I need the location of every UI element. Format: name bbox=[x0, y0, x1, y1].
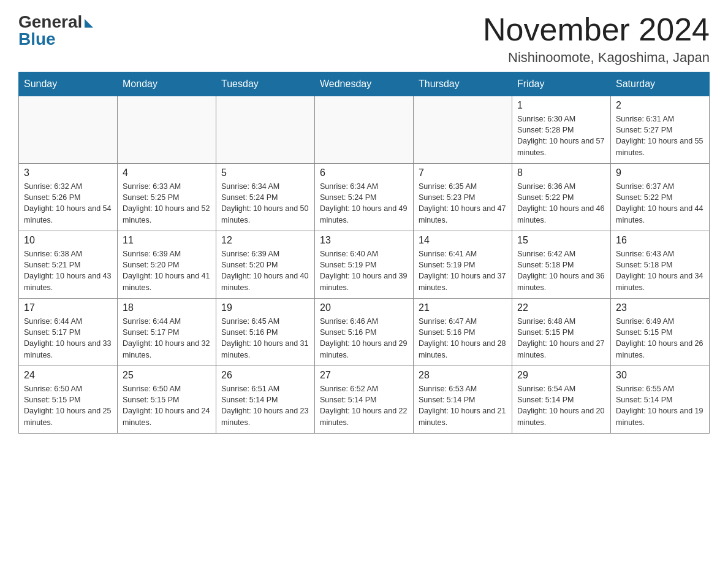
calendar-cell: 13Sunrise: 6:40 AM Sunset: 5:19 PM Dayli… bbox=[315, 231, 414, 299]
calendar-cell: 8Sunrise: 6:36 AM Sunset: 5:22 PM Daylig… bbox=[512, 164, 611, 231]
day-info: Sunrise: 6:43 AM Sunset: 5:18 PM Dayligh… bbox=[616, 248, 704, 293]
calendar-cell: 4Sunrise: 6:33 AM Sunset: 5:25 PM Daylig… bbox=[118, 164, 216, 231]
day-info: Sunrise: 6:50 AM Sunset: 5:15 PM Dayligh… bbox=[24, 383, 112, 428]
calendar-cell bbox=[315, 96, 414, 164]
day-info: Sunrise: 6:31 AM Sunset: 5:27 PM Dayligh… bbox=[616, 113, 704, 158]
day-info: Sunrise: 6:30 AM Sunset: 5:28 PM Dayligh… bbox=[517, 113, 605, 158]
day-info: Sunrise: 6:34 AM Sunset: 5:24 PM Dayligh… bbox=[320, 181, 408, 226]
day-number: 6 bbox=[320, 167, 408, 178]
calendar-cell: 9Sunrise: 6:37 AM Sunset: 5:22 PM Daylig… bbox=[611, 164, 710, 231]
day-info: Sunrise: 6:44 AM Sunset: 5:17 PM Dayligh… bbox=[24, 316, 112, 361]
calendar-cell: 25Sunrise: 6:50 AM Sunset: 5:15 PM Dayli… bbox=[118, 366, 216, 434]
day-number: 16 bbox=[616, 235, 704, 246]
day-number: 4 bbox=[123, 167, 211, 178]
calendar-cell bbox=[118, 96, 216, 164]
logo-arrow-icon bbox=[85, 19, 93, 28]
day-number: 8 bbox=[517, 167, 605, 178]
day-number: 10 bbox=[24, 235, 112, 246]
calendar-cell: 3Sunrise: 6:32 AM Sunset: 5:26 PM Daylig… bbox=[19, 164, 118, 231]
day-number: 22 bbox=[517, 302, 605, 313]
day-number: 11 bbox=[123, 235, 211, 246]
day-info: Sunrise: 6:44 AM Sunset: 5:17 PM Dayligh… bbox=[123, 316, 211, 361]
day-info: Sunrise: 6:55 AM Sunset: 5:14 PM Dayligh… bbox=[616, 383, 704, 428]
logo-blue-text: Blue bbox=[18, 29, 56, 49]
day-number: 20 bbox=[320, 302, 408, 313]
calendar-cell: 30Sunrise: 6:55 AM Sunset: 5:14 PM Dayli… bbox=[611, 366, 710, 434]
day-number: 30 bbox=[616, 370, 704, 381]
calendar-week-1: 3Sunrise: 6:32 AM Sunset: 5:26 PM Daylig… bbox=[19, 164, 710, 231]
calendar-cell: 20Sunrise: 6:46 AM Sunset: 5:16 PM Dayli… bbox=[315, 299, 414, 366]
day-number: 25 bbox=[123, 370, 211, 381]
day-info: Sunrise: 6:45 AM Sunset: 5:16 PM Dayligh… bbox=[221, 316, 309, 361]
day-number: 12 bbox=[221, 235, 309, 246]
day-number: 14 bbox=[419, 235, 507, 246]
day-info: Sunrise: 6:39 AM Sunset: 5:20 PM Dayligh… bbox=[123, 248, 211, 293]
day-info: Sunrise: 6:35 AM Sunset: 5:23 PM Dayligh… bbox=[419, 181, 507, 226]
title-section: November 2024 Nishinoomote, Kagoshima, J… bbox=[483, 12, 710, 66]
day-info: Sunrise: 6:50 AM Sunset: 5:15 PM Dayligh… bbox=[123, 383, 211, 428]
calendar-header-wednesday: Wednesday bbox=[315, 72, 414, 96]
day-info: Sunrise: 6:52 AM Sunset: 5:14 PM Dayligh… bbox=[320, 383, 408, 428]
month-title: November 2024 bbox=[483, 12, 710, 47]
day-info: Sunrise: 6:46 AM Sunset: 5:16 PM Dayligh… bbox=[320, 316, 408, 361]
day-info: Sunrise: 6:53 AM Sunset: 5:14 PM Dayligh… bbox=[419, 383, 507, 428]
logo: General Blue bbox=[18, 12, 93, 49]
day-info: Sunrise: 6:40 AM Sunset: 5:19 PM Dayligh… bbox=[320, 248, 408, 293]
day-info: Sunrise: 6:36 AM Sunset: 5:22 PM Dayligh… bbox=[517, 181, 605, 226]
calendar-cell: 10Sunrise: 6:38 AM Sunset: 5:21 PM Dayli… bbox=[19, 231, 118, 299]
calendar-cell: 24Sunrise: 6:50 AM Sunset: 5:15 PM Dayli… bbox=[19, 366, 118, 434]
calendar-week-2: 10Sunrise: 6:38 AM Sunset: 5:21 PM Dayli… bbox=[19, 231, 710, 299]
day-number: 29 bbox=[517, 370, 605, 381]
calendar-header-monday: Monday bbox=[118, 72, 216, 96]
calendar-header-thursday: Thursday bbox=[414, 72, 512, 96]
day-info: Sunrise: 6:32 AM Sunset: 5:26 PM Dayligh… bbox=[24, 181, 112, 226]
day-info: Sunrise: 6:51 AM Sunset: 5:14 PM Dayligh… bbox=[221, 383, 309, 428]
day-info: Sunrise: 6:42 AM Sunset: 5:18 PM Dayligh… bbox=[517, 248, 605, 293]
calendar-cell: 1Sunrise: 6:30 AM Sunset: 5:28 PM Daylig… bbox=[512, 96, 611, 164]
calendar-cell bbox=[216, 96, 315, 164]
calendar-week-4: 24Sunrise: 6:50 AM Sunset: 5:15 PM Dayli… bbox=[19, 366, 710, 434]
calendar-cell: 12Sunrise: 6:39 AM Sunset: 5:20 PM Dayli… bbox=[216, 231, 315, 299]
calendar-cell: 26Sunrise: 6:51 AM Sunset: 5:14 PM Dayli… bbox=[216, 366, 315, 434]
calendar-header-friday: Friday bbox=[512, 72, 611, 96]
calendar-header-saturday: Saturday bbox=[611, 72, 710, 96]
day-info: Sunrise: 6:37 AM Sunset: 5:22 PM Dayligh… bbox=[616, 181, 704, 226]
calendar-cell: 17Sunrise: 6:44 AM Sunset: 5:17 PM Dayli… bbox=[19, 299, 118, 366]
day-info: Sunrise: 6:38 AM Sunset: 5:21 PM Dayligh… bbox=[24, 248, 112, 293]
calendar-cell: 29Sunrise: 6:54 AM Sunset: 5:14 PM Dayli… bbox=[512, 366, 611, 434]
calendar-cell bbox=[414, 96, 512, 164]
calendar-cell: 2Sunrise: 6:31 AM Sunset: 5:27 PM Daylig… bbox=[611, 96, 710, 164]
calendar-cell: 14Sunrise: 6:41 AM Sunset: 5:19 PM Dayli… bbox=[414, 231, 512, 299]
day-number: 15 bbox=[517, 235, 605, 246]
calendar-cell: 28Sunrise: 6:53 AM Sunset: 5:14 PM Dayli… bbox=[414, 366, 512, 434]
calendar-header-tuesday: Tuesday bbox=[216, 72, 315, 96]
day-number: 5 bbox=[221, 167, 309, 178]
day-number: 19 bbox=[221, 302, 309, 313]
day-number: 9 bbox=[616, 167, 704, 178]
day-info: Sunrise: 6:54 AM Sunset: 5:14 PM Dayligh… bbox=[517, 383, 605, 428]
day-number: 18 bbox=[123, 302, 211, 313]
calendar-cell: 19Sunrise: 6:45 AM Sunset: 5:16 PM Dayli… bbox=[216, 299, 315, 366]
day-number: 21 bbox=[419, 302, 507, 313]
calendar-cell: 22Sunrise: 6:48 AM Sunset: 5:15 PM Dayli… bbox=[512, 299, 611, 366]
day-number: 27 bbox=[320, 370, 408, 381]
day-info: Sunrise: 6:41 AM Sunset: 5:19 PM Dayligh… bbox=[419, 248, 507, 293]
day-number: 26 bbox=[221, 370, 309, 381]
day-number: 7 bbox=[419, 167, 507, 178]
calendar-header-sunday: Sunday bbox=[19, 72, 118, 96]
day-info: Sunrise: 6:39 AM Sunset: 5:20 PM Dayligh… bbox=[221, 248, 309, 293]
calendar-cell: 5Sunrise: 6:34 AM Sunset: 5:24 PM Daylig… bbox=[216, 164, 315, 231]
day-number: 2 bbox=[616, 100, 704, 111]
calendar-cell: 18Sunrise: 6:44 AM Sunset: 5:17 PM Dayli… bbox=[118, 299, 216, 366]
location: Nishinoomote, Kagoshima, Japan bbox=[483, 50, 710, 66]
calendar-cell: 23Sunrise: 6:49 AM Sunset: 5:15 PM Dayli… bbox=[611, 299, 710, 366]
calendar-cell: 27Sunrise: 6:52 AM Sunset: 5:14 PM Dayli… bbox=[315, 366, 414, 434]
page-header: General Blue November 2024 Nishinoomote,… bbox=[18, 12, 710, 66]
calendar-week-3: 17Sunrise: 6:44 AM Sunset: 5:17 PM Dayli… bbox=[19, 299, 710, 366]
calendar-cell: 16Sunrise: 6:43 AM Sunset: 5:18 PM Dayli… bbox=[611, 231, 710, 299]
day-number: 13 bbox=[320, 235, 408, 246]
day-info: Sunrise: 6:49 AM Sunset: 5:15 PM Dayligh… bbox=[616, 316, 704, 361]
day-number: 23 bbox=[616, 302, 704, 313]
calendar-cell: 7Sunrise: 6:35 AM Sunset: 5:23 PM Daylig… bbox=[414, 164, 512, 231]
calendar-header-row: SundayMondayTuesdayWednesdayThursdayFrid… bbox=[19, 72, 710, 96]
